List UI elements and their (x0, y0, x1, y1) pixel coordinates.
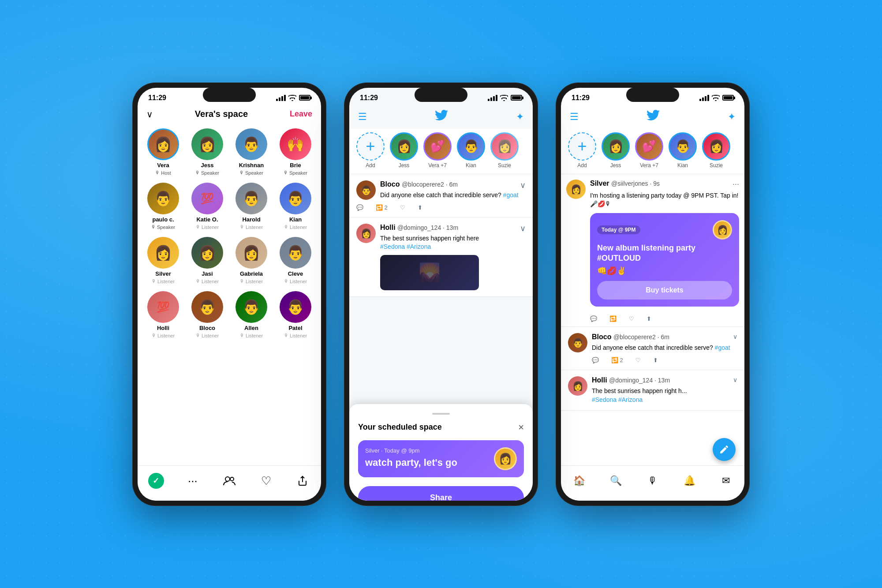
avatar-wrap-gabriela: 👩 (235, 237, 267, 269)
person-patel[interactable]: 👨 Patel Listener (277, 291, 314, 338)
story-suzie[interactable]: 👩 Suzie (490, 132, 519, 169)
story-label-kian: Kian (466, 162, 476, 169)
more-dots-bloco-3[interactable]: ∨ (733, 333, 737, 363)
modal-close-button[interactable]: × (518, 422, 524, 433)
share-action[interactable]: ⬆ (418, 204, 422, 211)
person-krishnan[interactable]: 👨 Krishnan Speaker (233, 128, 270, 176)
avatar-paulo: 👨 (147, 183, 179, 214)
avatar-wrap-harold: 👨 (235, 183, 267, 214)
sparkle-icon[interactable]: ✦ (516, 111, 524, 123)
avatar-wrap-brie: 🙌 (280, 128, 311, 160)
add-story-button-3[interactable]: + (568, 132, 596, 161)
reply-bloco-3[interactable]: 💬 (592, 357, 599, 363)
person-holli[interactable]: 💯 Holli Listener (145, 291, 182, 338)
retweet-action-silver[interactable]: 🔁 (609, 315, 617, 322)
hamburger-icon-3[interactable]: ☰ (570, 111, 579, 123)
reply-action-silver[interactable]: 💬 (590, 315, 597, 322)
nav-share[interactable] (293, 471, 312, 491)
avatar-allen: 👨 (235, 291, 267, 323)
more-dots-1[interactable]: ∨ (520, 180, 526, 190)
like-action[interactable]: ♡ (400, 204, 405, 211)
bottom-nav-1: ✓ ··· ♡ (138, 465, 321, 501)
share-button[interactable]: Share (358, 486, 524, 501)
person-role-jasi: Listener (196, 279, 219, 284)
tweet-actions-bloco: 💬 🔁 2 ♡ ⬆ (356, 204, 526, 211)
person-cleve[interactable]: 👨 Cleve Listener (277, 237, 314, 284)
person-name-allen: Allen (244, 325, 258, 331)
nav-notify-3[interactable]: 🔔 (680, 471, 699, 491)
leave-button[interactable]: Leave (290, 109, 312, 119)
hashtag-goat-3[interactable]: #goat (715, 344, 730, 351)
reply-action[interactable]: 💬 (356, 204, 363, 211)
space-card-meta: Silver · Today @ 9pm (365, 447, 457, 454)
story-kian-3[interactable]: 👨 Kian (669, 132, 697, 169)
person-paulo[interactable]: 👨 paulo c. Speaker (145, 183, 182, 230)
nav-home-3[interactable]: 🏠 (570, 471, 589, 491)
story-jess-3[interactable]: 👩 Jess (602, 132, 630, 169)
compose-fab[interactable] (713, 438, 736, 461)
person-harold[interactable]: 👨 Harold Listener (233, 183, 270, 230)
avatar-wrap-krishnan: 👨 (235, 128, 267, 160)
person-katie[interactable]: 💯 Katie O. Listener (189, 183, 226, 230)
retweet-bloco-3[interactable]: 🔁 2 (611, 357, 623, 363)
nav-check[interactable]: ✓ (146, 471, 166, 491)
people-grid: 👩 Vera Host 👩 Jess Speaker 👨 Kri (138, 125, 321, 342)
hamburger-icon[interactable]: ☰ (358, 111, 367, 123)
tweet-username-holli-3: Holli (592, 376, 609, 384)
svg-point-1 (230, 477, 234, 481)
nav-spaces-3[interactable]: 🎙 (643, 471, 662, 491)
person-gabriela[interactable]: 👩 Gabriela Listener (233, 237, 270, 284)
more-dots-holli-3[interactable]: ∨ (733, 376, 737, 404)
tweet-info-holli: Holli @domingo_124 · 13m The best sunris… (380, 224, 479, 290)
nav-bubble[interactable]: ··· (183, 471, 202, 491)
tweet-username-row: Bloco @blocoperere2 · 6m (380, 180, 519, 188)
story-add-3[interactable]: + Add (568, 132, 596, 169)
hashtag-sedona-3[interactable]: #Sedona #Arizona (592, 396, 643, 403)
nav-heart[interactable]: ♡ (256, 471, 276, 491)
space-tweet-card[interactable]: Today @ 9PM 👩 New album listening party … (590, 213, 739, 307)
tweet-bloco-3: 👨 Bloco @blocoperere2 · 6m Did anyone el… (561, 327, 744, 370)
space-card[interactable]: Silver · Today @ 9pm watch party, let's … (358, 440, 524, 477)
story-vera-3[interactable]: 💕 Vera +7 (635, 132, 663, 169)
wifi-icon-2 (500, 95, 508, 101)
chevron-down-icon[interactable]: ∨ (146, 109, 153, 120)
like-action-silver[interactable]: ♡ (629, 315, 634, 322)
person-name-jess: Jess (201, 162, 214, 169)
bloco-tweet-row: 👨 Bloco @blocoperere2 · 6m Did anyone el… (568, 333, 737, 363)
add-story-button[interactable]: + (356, 132, 385, 161)
person-bloco[interactable]: 👨 Bloco Listener (189, 291, 226, 338)
more-dots-2[interactable]: ∨ (520, 224, 526, 233)
person-jasi[interactable]: 👩 Jasi Listener (189, 237, 226, 284)
retweet-action[interactable]: 🔁 2 (376, 204, 388, 211)
person-jess[interactable]: 👩 Jess Speaker (189, 128, 226, 176)
like-bloco-3[interactable]: ♡ (635, 357, 641, 363)
story-jess[interactable]: 👩 Jess (390, 132, 418, 169)
person-kian[interactable]: 👨 Kian Listener (277, 183, 314, 230)
person-brie[interactable]: 🙌 Brie Speaker (277, 128, 314, 176)
tweet-hashtag-sedona[interactable]: #Sedona #Arizona (380, 243, 431, 250)
share-bloco-3[interactable]: ⬆ (653, 357, 658, 363)
nav-search-3[interactable]: 🔍 (606, 471, 626, 491)
nav-people[interactable] (220, 471, 239, 491)
story-label-suzie-3: Suzie (710, 162, 723, 169)
avatar-wrap-cleve: 👨 (280, 237, 311, 269)
tweet-handle-bloco: @blocoperere2 · 6m (402, 181, 458, 188)
story-vera[interactable]: 💕 Vera +7 (423, 132, 452, 169)
person-name-gabriela: Gabriela (240, 270, 263, 277)
tweet-text-holli: The best sunrises happen right here #Sed… (380, 234, 479, 251)
story-suzie-3[interactable]: 👩 Suzie (702, 132, 730, 169)
nav-messages-3[interactable]: ✉ (716, 471, 736, 491)
tweet-hashtag-goat[interactable]: #goat (503, 191, 519, 198)
sparkle-icon-3[interactable]: ✦ (728, 111, 736, 123)
story-kian[interactable]: 👨 Kian (457, 132, 485, 169)
person-role-brie: Speaker (284, 170, 307, 176)
story-add[interactable]: + Add (356, 132, 385, 169)
person-vera[interactable]: 👩 Vera Host (145, 128, 182, 176)
story-avatar-kian: 👨 (457, 132, 485, 161)
buy-tickets-button[interactable]: Buy tickets (597, 281, 732, 300)
more-dots-silver[interactable]: ··· (733, 180, 739, 189)
share-action-silver[interactable]: ⬆ (647, 315, 651, 322)
p2-content: ☰ ✦ + Add 👩 Jess 💕 (349, 105, 533, 501)
person-silver[interactable]: 👩 Silver Listener (145, 237, 182, 284)
person-allen[interactable]: 👨 Allen Listener (233, 291, 270, 338)
